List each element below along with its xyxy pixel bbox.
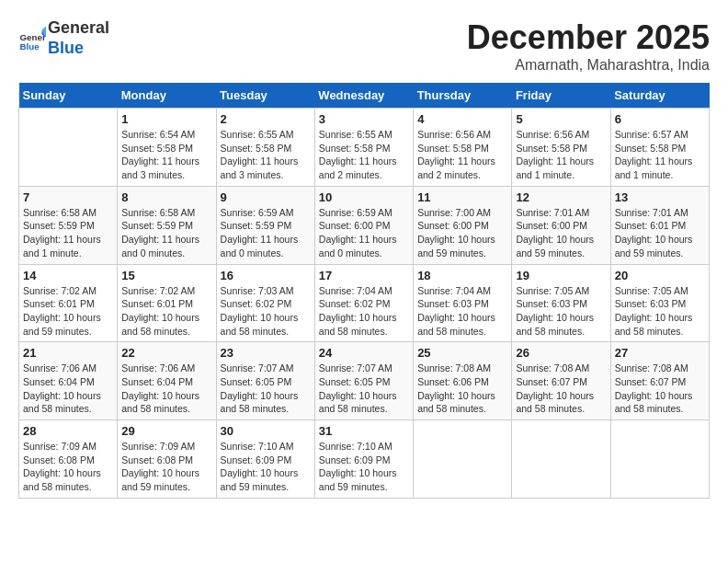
calendar-week-row: 21Sunrise: 7:06 AMSunset: 6:04 PMDayligh… <box>19 342 710 420</box>
day-info: Sunrise: 7:08 AMSunset: 6:06 PMDaylight:… <box>417 362 507 416</box>
day-number: 30 <box>221 424 311 438</box>
day-info: Sunrise: 6:58 AMSunset: 5:59 PMDaylight:… <box>23 206 113 260</box>
day-info: Sunrise: 7:01 AMSunset: 6:01 PMDaylight:… <box>615 206 705 260</box>
calendar-cell: 6Sunrise: 6:57 AMSunset: 5:58 PMDaylight… <box>610 109 709 187</box>
day-info: Sunrise: 7:04 AMSunset: 6:02 PMDaylight:… <box>319 284 409 339</box>
calendar-cell: 23Sunrise: 7:07 AMSunset: 6:05 PMDayligh… <box>216 342 314 420</box>
day-info: Sunrise: 7:01 AMSunset: 6:00 PMDaylight:… <box>516 206 606 260</box>
day-number: 3 <box>319 112 409 126</box>
logo-icon: General Blue <box>18 25 46 52</box>
calendar-table: SundayMondayTuesdayWednesdayThursdayFrid… <box>18 83 710 499</box>
day-number: 9 <box>221 190 311 204</box>
day-info: Sunrise: 6:55 AMSunset: 5:58 PMDaylight:… <box>319 128 409 182</box>
calendar-header-friday: Friday <box>512 83 610 109</box>
calendar-cell: 20Sunrise: 7:05 AMSunset: 6:03 PMDayligh… <box>610 264 709 342</box>
day-number: 18 <box>417 269 507 282</box>
calendar-cell: 12Sunrise: 7:01 AMSunset: 6:00 PMDayligh… <box>512 186 610 264</box>
day-number: 19 <box>516 269 606 282</box>
logo-general: General <box>48 18 109 39</box>
calendar-header-sunday: Sunday <box>19 83 118 109</box>
calendar-cell: 8Sunrise: 6:58 AMSunset: 5:59 PMDaylight… <box>118 186 216 264</box>
calendar-week-row: 14Sunrise: 7:02 AMSunset: 6:01 PMDayligh… <box>19 264 710 342</box>
calendar-cell: 29Sunrise: 7:09 AMSunset: 6:08 PMDayligh… <box>118 420 216 499</box>
title-block: December 2025 Amarnath, Maharashtra, Ind… <box>467 18 710 74</box>
day-number: 17 <box>319 269 409 282</box>
calendar-cell: 30Sunrise: 7:10 AMSunset: 6:09 PMDayligh… <box>216 420 314 499</box>
calendar-cell: 19Sunrise: 7:05 AMSunset: 6:03 PMDayligh… <box>512 264 610 342</box>
day-number: 7 <box>23 190 113 204</box>
calendar-cell: 21Sunrise: 7:06 AMSunset: 6:04 PMDayligh… <box>19 342 118 420</box>
day-number: 29 <box>121 424 211 438</box>
day-info: Sunrise: 7:08 AMSunset: 6:07 PMDaylight:… <box>516 362 606 416</box>
day-number: 1 <box>121 112 211 126</box>
calendar-cell <box>414 420 512 499</box>
calendar-header-wednesday: Wednesday <box>314 83 413 109</box>
calendar-cell: 1Sunrise: 6:54 AMSunset: 5:58 PMDaylight… <box>118 109 216 187</box>
day-info: Sunrise: 7:09 AMSunset: 6:08 PMDaylight:… <box>121 440 211 494</box>
day-info: Sunrise: 7:06 AMSunset: 6:04 PMDaylight:… <box>23 362 113 416</box>
calendar-cell: 2Sunrise: 6:55 AMSunset: 5:58 PMDaylight… <box>216 109 314 187</box>
day-number: 28 <box>23 424 113 438</box>
logo: General Blue General Blue <box>18 18 109 58</box>
calendar-cell: 16Sunrise: 7:03 AMSunset: 6:02 PMDayligh… <box>216 264 314 342</box>
calendar-cell: 31Sunrise: 7:10 AMSunset: 6:09 PMDayligh… <box>314 420 413 499</box>
day-info: Sunrise: 7:10 AMSunset: 6:09 PMDaylight:… <box>221 440 311 494</box>
calendar-header-row: SundayMondayTuesdayWednesdayThursdayFrid… <box>19 83 710 109</box>
calendar-cell: 11Sunrise: 7:00 AMSunset: 6:00 PMDayligh… <box>414 186 512 264</box>
calendar-cell: 3Sunrise: 6:55 AMSunset: 5:58 PMDaylight… <box>314 109 413 187</box>
day-number: 13 <box>615 190 705 204</box>
day-info: Sunrise: 6:56 AMSunset: 5:58 PMDaylight:… <box>417 128 507 182</box>
calendar-cell: 10Sunrise: 6:59 AMSunset: 6:00 PMDayligh… <box>314 186 413 264</box>
day-info: Sunrise: 7:00 AMSunset: 6:00 PMDaylight:… <box>417 206 507 260</box>
day-info: Sunrise: 6:55 AMSunset: 5:58 PMDaylight:… <box>221 128 311 182</box>
day-info: Sunrise: 7:05 AMSunset: 6:03 PMDaylight:… <box>615 284 705 339</box>
day-info: Sunrise: 7:02 AMSunset: 6:01 PMDaylight:… <box>121 284 211 339</box>
day-number: 23 <box>221 346 311 360</box>
svg-text:Blue: Blue <box>20 41 40 52</box>
day-info: Sunrise: 7:06 AMSunset: 6:04 PMDaylight:… <box>121 362 211 416</box>
calendar-cell: 25Sunrise: 7:08 AMSunset: 6:06 PMDayligh… <box>414 342 512 420</box>
calendar-header-thursday: Thursday <box>414 83 512 109</box>
day-number: 20 <box>615 269 705 282</box>
calendar-week-row: 1Sunrise: 6:54 AMSunset: 5:58 PMDaylight… <box>19 109 710 187</box>
calendar-cell: 13Sunrise: 7:01 AMSunset: 6:01 PMDayligh… <box>610 186 709 264</box>
day-number: 12 <box>516 190 606 204</box>
day-number: 25 <box>417 346 507 360</box>
day-info: Sunrise: 6:59 AMSunset: 5:59 PMDaylight:… <box>221 206 311 260</box>
day-info: Sunrise: 7:07 AMSunset: 6:05 PMDaylight:… <box>319 362 409 416</box>
day-number: 10 <box>319 190 409 204</box>
calendar-cell: 15Sunrise: 7:02 AMSunset: 6:01 PMDayligh… <box>118 264 216 342</box>
day-info: Sunrise: 7:08 AMSunset: 6:07 PMDaylight:… <box>615 362 705 416</box>
day-info: Sunrise: 6:58 AMSunset: 5:59 PMDaylight:… <box>121 206 211 260</box>
day-number: 2 <box>221 112 311 126</box>
calendar-cell: 26Sunrise: 7:08 AMSunset: 6:07 PMDayligh… <box>512 342 610 420</box>
day-number: 24 <box>319 346 409 360</box>
calendar-cell: 14Sunrise: 7:02 AMSunset: 6:01 PMDayligh… <box>19 264 118 342</box>
calendar-cell: 22Sunrise: 7:06 AMSunset: 6:04 PMDayligh… <box>118 342 216 420</box>
day-info: Sunrise: 6:59 AMSunset: 6:00 PMDaylight:… <box>319 206 409 260</box>
calendar-cell: 5Sunrise: 6:56 AMSunset: 5:58 PMDaylight… <box>512 109 610 187</box>
day-info: Sunrise: 6:56 AMSunset: 5:58 PMDaylight:… <box>516 128 606 182</box>
day-number: 22 <box>121 346 211 360</box>
calendar-week-row: 7Sunrise: 6:58 AMSunset: 5:59 PMDaylight… <box>19 186 710 264</box>
calendar-cell: 28Sunrise: 7:09 AMSunset: 6:08 PMDayligh… <box>19 420 118 499</box>
calendar-cell: 7Sunrise: 6:58 AMSunset: 5:59 PMDaylight… <box>19 186 118 264</box>
day-info: Sunrise: 7:10 AMSunset: 6:09 PMDaylight:… <box>319 440 409 494</box>
calendar-cell: 18Sunrise: 7:04 AMSunset: 6:03 PMDayligh… <box>414 264 512 342</box>
day-number: 6 <box>615 112 705 126</box>
day-info: Sunrise: 7:03 AMSunset: 6:02 PMDaylight:… <box>221 284 311 339</box>
calendar-cell <box>19 109 118 187</box>
day-info: Sunrise: 7:07 AMSunset: 6:05 PMDaylight:… <box>221 362 311 416</box>
calendar-cell: 4Sunrise: 6:56 AMSunset: 5:58 PMDaylight… <box>414 109 512 187</box>
calendar-cell: 9Sunrise: 6:59 AMSunset: 5:59 PMDaylight… <box>216 186 314 264</box>
day-number: 16 <box>221 269 311 282</box>
day-number: 4 <box>417 112 507 126</box>
calendar-header-saturday: Saturday <box>610 83 709 109</box>
day-info: Sunrise: 7:09 AMSunset: 6:08 PMDaylight:… <box>23 440 113 494</box>
day-number: 31 <box>319 424 409 438</box>
day-info: Sunrise: 6:57 AMSunset: 5:58 PMDaylight:… <box>615 128 705 182</box>
day-info: Sunrise: 6:54 AMSunset: 5:58 PMDaylight:… <box>121 128 211 182</box>
calendar-week-row: 28Sunrise: 7:09 AMSunset: 6:08 PMDayligh… <box>19 420 710 499</box>
day-number: 5 <box>516 112 606 126</box>
calendar-cell <box>610 420 709 499</box>
